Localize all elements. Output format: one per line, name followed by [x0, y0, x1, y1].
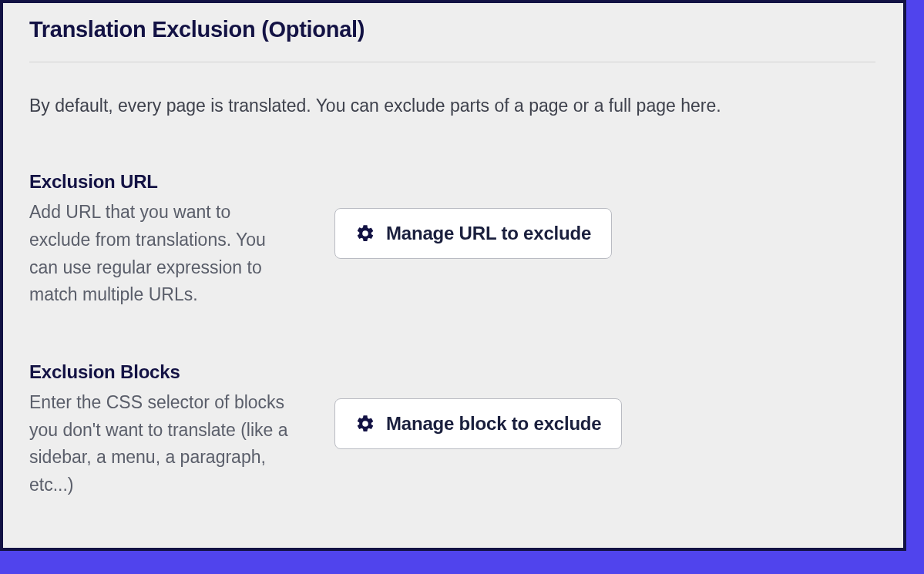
manage-block-exclude-button[interactable]: Manage block to exclude: [334, 398, 622, 449]
gear-icon: [355, 223, 375, 243]
exclusion-blocks-description: Enter the CSS selector of blocks you don…: [29, 389, 291, 499]
manage-url-exclude-label: Manage URL to exclude: [386, 223, 591, 244]
exclusion-blocks-heading: Exclusion Blocks: [29, 361, 291, 383]
exclusion-blocks-text: Exclusion Blocks Enter the CSS selector …: [29, 361, 291, 499]
exclusion-url-action: Manage URL to exclude: [334, 171, 612, 259]
exclusion-blocks-row: Exclusion Blocks Enter the CSS selector …: [29, 361, 875, 499]
section-title: Translation Exclusion (Optional): [29, 17, 875, 62]
gear-icon: [355, 414, 375, 434]
exclusion-url-text: Exclusion URL Add URL that you want to e…: [29, 171, 291, 309]
manage-url-exclude-button[interactable]: Manage URL to exclude: [334, 208, 612, 259]
exclusion-url-row: Exclusion URL Add URL that you want to e…: [29, 171, 875, 309]
divider: [29, 62, 875, 62]
translation-exclusion-panel: Translation Exclusion (Optional) By defa…: [0, 0, 906, 551]
exclusion-blocks-action: Manage block to exclude: [334, 361, 622, 449]
exclusion-url-description: Add URL that you want to exclude from tr…: [29, 199, 291, 309]
exclusion-url-heading: Exclusion URL: [29, 171, 291, 193]
manage-block-exclude-label: Manage block to exclude: [386, 413, 601, 435]
section-description: By default, every page is translated. Yo…: [29, 93, 875, 119]
